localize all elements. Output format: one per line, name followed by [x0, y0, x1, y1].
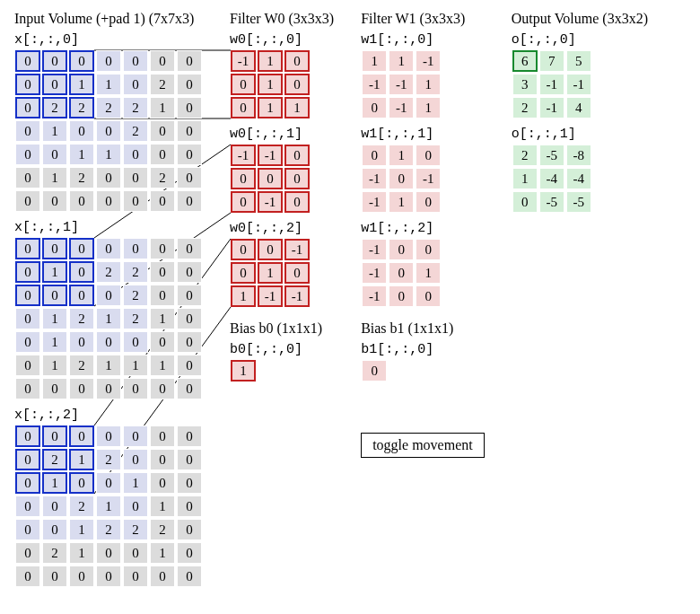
w1-slice-label: w1[:,:,0]: [361, 32, 485, 48]
cell: 0: [284, 50, 310, 72]
cell: -5: [539, 191, 564, 213]
cell: 0: [42, 425, 67, 447]
cell: 1: [231, 285, 256, 307]
cell: 1: [150, 496, 175, 517]
cell: 0: [258, 239, 283, 260]
cell: 0: [150, 50, 175, 72]
cell: 5: [566, 50, 591, 72]
cell: -1: [389, 97, 414, 118]
cell: 0: [15, 496, 40, 517]
cell: 1: [123, 355, 148, 376]
cell: 0: [177, 97, 202, 118]
cell: 0: [96, 50, 121, 72]
cell: 1: [389, 50, 414, 72]
cell: 0: [96, 425, 121, 447]
cell: 0: [69, 285, 94, 306]
bias0-cell: 1: [231, 360, 256, 382]
cell: 0: [389, 262, 414, 284]
cell: 1: [42, 167, 67, 189]
cell: -1: [362, 168, 387, 189]
w0-grid: -110010011: [230, 49, 334, 119]
cell: 1: [96, 308, 121, 329]
cell: 0: [96, 472, 121, 494]
cell: 1: [284, 97, 310, 118]
cell: -1: [539, 97, 564, 118]
cell: 2: [123, 308, 148, 329]
cell: 0: [150, 425, 175, 447]
output-grid: 6753-1-12-14: [512, 49, 592, 119]
cell: 0: [150, 472, 175, 494]
cell: 0: [177, 167, 202, 189]
input-slice-label: x[:,:,1]: [14, 220, 203, 235]
toggle-movement-button[interactable]: toggle movement: [361, 433, 485, 458]
cell: 1: [258, 97, 283, 118]
cell: 0: [69, 50, 94, 72]
cell: 0: [231, 97, 256, 118]
cell: 2: [123, 519, 148, 540]
input-title: Input Volume (+pad 1) (7x7x3): [14, 11, 203, 27]
cell: 1: [258, 50, 283, 72]
cell: 0: [231, 191, 256, 213]
w1-slice-label: w1[:,:,1]: [361, 127, 485, 142]
cell: 0: [15, 50, 40, 72]
bias1-title: Bias b1 (1x1x1): [361, 320, 485, 337]
cell: 0: [69, 378, 94, 399]
cell: 0: [69, 190, 94, 212]
cell: 2: [150, 519, 175, 540]
cell: 2: [69, 355, 94, 376]
cell: 1: [258, 74, 283, 95]
cell: 0: [177, 308, 202, 329]
cell: 0: [416, 191, 441, 213]
cell: 0: [123, 238, 148, 259]
cell: 0: [42, 496, 67, 517]
cell: 0: [96, 566, 121, 587]
cell: 0: [15, 308, 40, 329]
cell: 0: [69, 261, 94, 283]
cell: 0: [177, 378, 202, 399]
cell: -1: [416, 168, 441, 189]
cell: 0: [150, 261, 175, 283]
cell: -1: [284, 285, 310, 307]
cell: 0: [150, 566, 175, 587]
cell: 0: [284, 262, 310, 284]
cell: 2: [96, 261, 121, 283]
cell: 0: [15, 97, 40, 118]
w0-title: Filter W0 (3x3x3): [230, 11, 334, 27]
cell: 0: [512, 191, 538, 213]
cell: 0: [284, 191, 310, 213]
cell: -1: [389, 74, 414, 95]
cell: 0: [42, 519, 67, 540]
input-grid: 0000000010220000002000121210010000001211…: [14, 237, 203, 400]
cell: 2: [96, 519, 121, 540]
cell: 0: [123, 449, 148, 470]
cell: 0: [42, 238, 67, 259]
cell: 0: [231, 262, 256, 284]
cell: 4: [566, 97, 591, 118]
cell: 0: [150, 238, 175, 259]
cell: -1: [362, 74, 387, 95]
cell: 1: [389, 145, 414, 166]
cell: 0: [389, 168, 414, 189]
cell: 1: [42, 308, 67, 329]
cell: 1: [96, 496, 121, 517]
cell: 1: [69, 74, 94, 95]
cell: 2: [150, 74, 175, 95]
cell: 0: [69, 120, 94, 142]
cell: 0: [150, 449, 175, 470]
input-slice-label: x[:,:,2]: [14, 408, 203, 423]
cell: 2: [69, 496, 94, 517]
cell: 0: [389, 239, 414, 260]
cell: 0: [15, 167, 40, 189]
cell: 0: [177, 144, 202, 165]
cell: -1: [539, 74, 564, 95]
cell: 2: [123, 261, 148, 283]
cell: 1: [389, 191, 414, 213]
cell: 0: [15, 238, 40, 259]
cell: 0: [42, 566, 67, 587]
cell: -4: [566, 168, 591, 189]
cell: 0: [96, 238, 121, 259]
cell: 0: [15, 190, 40, 212]
cell: 0: [42, 190, 67, 212]
cell: 0: [42, 74, 67, 95]
cell: 0: [42, 50, 67, 72]
